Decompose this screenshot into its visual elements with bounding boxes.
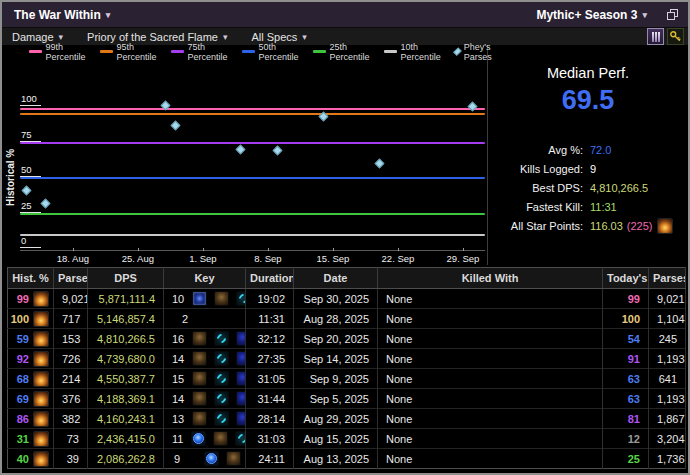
- stat-label: All Star Points:: [488, 220, 590, 232]
- affix-swirl-icon: [214, 391, 229, 406]
- today-percent-cell: 91: [603, 349, 649, 369]
- x-tick-mark: [398, 248, 399, 251]
- y-axis-title: Historical %: [5, 149, 16, 206]
- today-percent-cell: 63: [603, 389, 649, 409]
- hist-percent-cell: 92: [8, 349, 54, 369]
- hist-percent-cell: 86: [8, 409, 54, 429]
- parses-cell: 39: [54, 449, 88, 469]
- date-cell: Sep 20, 2025: [294, 329, 378, 349]
- x-tick-mark: [463, 248, 464, 251]
- key-level: 15: [172, 373, 184, 385]
- stat-row: Best DPS:4,810,266.5: [488, 178, 688, 197]
- key-cell: 15: [164, 369, 246, 389]
- key-level: 2: [172, 313, 188, 325]
- key-level: 16: [172, 333, 184, 345]
- spec-icon: [33, 391, 49, 407]
- y-tick-mark: [20, 105, 41, 106]
- key-level: 14: [172, 353, 184, 365]
- percentile-line-99: [20, 108, 485, 110]
- table-row[interactable]: 863824,160,243.11328:14Aug 29, 2025None8…: [8, 409, 686, 429]
- dps-cell: 5,146,857.4: [88, 309, 164, 329]
- key-icon[interactable]: [667, 28, 684, 45]
- column-header: Parses: [649, 268, 686, 289]
- y-tick-label: 75: [21, 129, 32, 140]
- parse-data-point[interactable]: [235, 144, 245, 154]
- spec-icon: [657, 218, 673, 234]
- column-header: Duration: [246, 268, 294, 289]
- season-dropdown[interactable]: Mythic+ Season 3▾: [536, 8, 647, 22]
- spec-icon: [33, 351, 49, 367]
- table-row[interactable]: 693764,188,369.11431:44Sep 5, 2025None63…: [8, 389, 686, 409]
- parse-data-point[interactable]: [374, 158, 384, 168]
- date-cell: Sep 5, 2025: [294, 389, 378, 409]
- parses-table: Hist. %ParsesDPSKeyDurationDateKilled Wi…: [7, 267, 686, 469]
- percentile-line-95: [20, 113, 485, 115]
- stat-row: Avg %:72.0: [488, 140, 688, 159]
- table-row[interactable]: 682144,550,387.71531:05Sep 9, 2025None63…: [8, 369, 686, 389]
- y-tick-mark: [20, 247, 41, 248]
- today-parses-cell: 9,021: [649, 289, 686, 309]
- parse-data-point[interactable]: [22, 185, 32, 195]
- parse-data-point[interactable]: [170, 120, 180, 130]
- chevron-down-icon: ▾: [106, 10, 111, 20]
- table-row[interactable]: 31732,436,415.01131:03Aug 15, 2025None12…: [8, 429, 686, 449]
- parse-data-point[interactable]: [272, 146, 282, 156]
- median-perf-value: 69.5: [488, 85, 688, 116]
- chevron-down-icon: ▾: [59, 32, 64, 42]
- killed-with-cell: None: [378, 289, 603, 309]
- y-tick-label: 0: [21, 235, 26, 246]
- table-row[interactable]: 40392,086,262.8924:11Aug 13, 2025None251…: [8, 449, 686, 469]
- dps-cell: 2,436,415.0: [88, 429, 164, 449]
- expansion-dropdown[interactable]: The War Within▾: [14, 8, 110, 22]
- parses-cell: 376: [54, 389, 88, 409]
- date-cell: Aug 29, 2025: [294, 409, 378, 429]
- parse-data-point[interactable]: [40, 198, 50, 208]
- table-row[interactable]: 1007175,146,857.4211:31Aug 28, 2025None1…: [8, 309, 686, 329]
- key-cell: 9: [164, 449, 246, 469]
- stat-label: Best DPS:: [488, 182, 590, 194]
- killed-with-cell: None: [378, 369, 603, 389]
- stat-value: 4,810,266.5: [590, 182, 648, 194]
- duration-cell: 11:31: [246, 309, 294, 329]
- date-cell: Aug 28, 2025: [294, 309, 378, 329]
- hist-percent-value: 68: [17, 373, 29, 385]
- parse-data-point[interactable]: [467, 102, 477, 112]
- affix-swirl-icon: [214, 411, 229, 426]
- killed-with-cell: None: [378, 309, 603, 329]
- affix-swirl-icon: [214, 331, 229, 346]
- table-row[interactable]: 927264,739,680.01427:35Sep 14, 2025None9…: [8, 349, 686, 369]
- legend-line-swatch: [171, 50, 184, 53]
- x-tick-mark: [203, 248, 204, 251]
- boss-icon[interactable]: [647, 28, 664, 45]
- dps-cell: 4,188,369.1: [88, 389, 164, 409]
- spec-icon: [33, 411, 49, 427]
- affix-devour-icon: [213, 431, 228, 446]
- table-row[interactable]: 999,0215,871,111.41019:02Sep 30, 2025Non…: [8, 289, 686, 309]
- hist-percent-cell: 69: [8, 389, 54, 409]
- affix-swirl-icon: [236, 291, 245, 306]
- stat-label: Kills Logged:: [488, 163, 590, 175]
- duration-cell: 27:35: [246, 349, 294, 369]
- affix-swirl-icon: [214, 351, 229, 366]
- dps-cell: 4,550,387.7: [88, 369, 164, 389]
- today-parses-cell: 1,736: [649, 449, 686, 469]
- x-tick-mark: [268, 248, 269, 251]
- stat-value: 9: [590, 163, 596, 175]
- y-tick-label: 50: [21, 164, 32, 175]
- stat-value-text: 9: [590, 163, 596, 175]
- today-parses-cell: 1,193: [649, 349, 686, 369]
- hist-percent-value: 92: [17, 353, 29, 365]
- hist-percent-value: 40: [17, 453, 29, 465]
- parses-cell: 214: [54, 369, 88, 389]
- table-row[interactable]: 591534,810,266.51632:12Sep 20, 2025None5…: [8, 329, 686, 349]
- column-header: Key: [164, 268, 246, 289]
- percentile-line-50: [20, 177, 485, 179]
- chart-legend: 99th Percentile95th Percentile75th Perce…: [2, 45, 487, 58]
- copy-window-icon[interactable]: [667, 9, 680, 21]
- dps-cell: 4,810,266.5: [88, 329, 164, 349]
- spec-icon: [33, 311, 49, 327]
- column-header: Date: [294, 268, 378, 289]
- today-percent-cell: 99: [603, 289, 649, 309]
- stat-value: 72.0: [590, 144, 611, 156]
- parses-cell: 726: [54, 349, 88, 369]
